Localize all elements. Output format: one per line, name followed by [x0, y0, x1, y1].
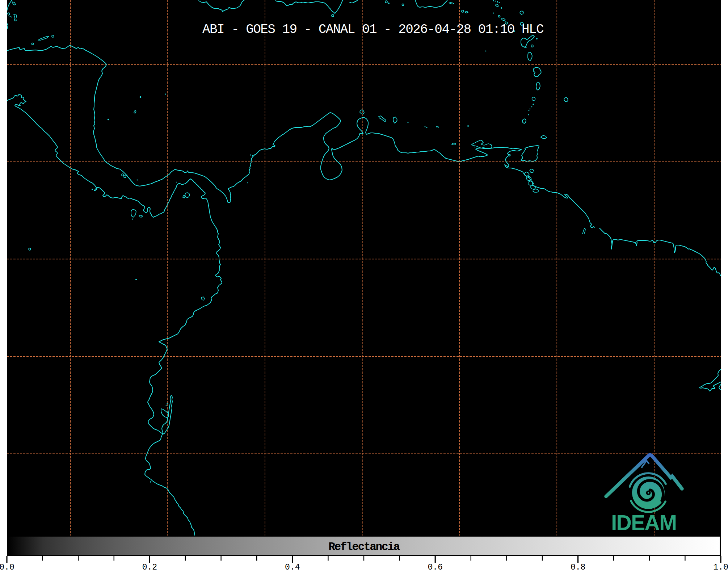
svg-text:Reflectancia: Reflectancia	[328, 541, 400, 553]
svg-text:1.0: 1.0	[713, 563, 728, 571]
svg-text:IDEAM: IDEAM	[611, 511, 676, 535]
svg-text:ABI - GOES 19 - CANAL 01 - 202: ABI - GOES 19 - CANAL 01 - 2026-04-28 01…	[202, 22, 544, 37]
svg-text:0.6: 0.6	[428, 563, 442, 571]
svg-text:0.4: 0.4	[285, 563, 300, 571]
svg-text:0.8: 0.8	[571, 563, 585, 571]
svg-text:0.0: 0.0	[0, 563, 14, 571]
svg-text:0.2: 0.2	[142, 563, 157, 571]
